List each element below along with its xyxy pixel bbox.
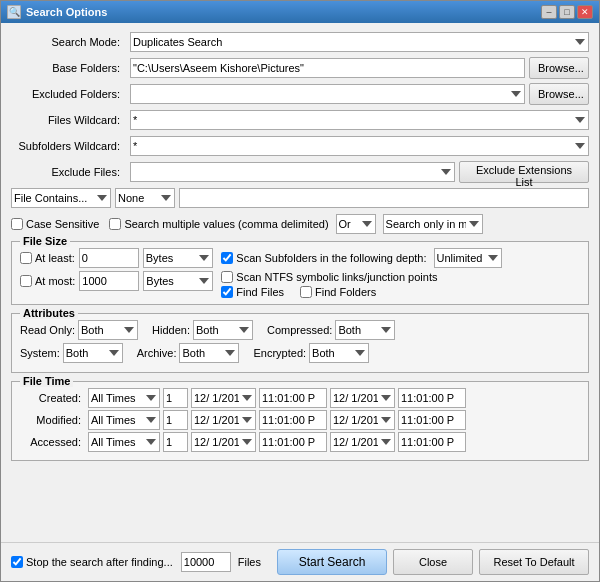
- at-most-label: At most:: [35, 275, 75, 287]
- scan-ntfs-checkbox[interactable]: [221, 271, 233, 283]
- at-most-check[interactable]: At most:: [20, 275, 75, 287]
- reset-to-default-button[interactable]: Reset To Default: [479, 549, 589, 575]
- stop-search-row: Stop the search after finding... Files: [11, 552, 271, 572]
- find-files-checkbox[interactable]: [221, 286, 233, 298]
- modified-date2[interactable]: 12/ 1/2014: [330, 410, 395, 430]
- exclude-files-select[interactable]: [130, 162, 455, 182]
- search-mode-label: Search Mode:: [11, 36, 126, 48]
- excluded-folders-label: Excluded Folders:: [11, 88, 126, 100]
- file-contains-none-select[interactable]: None Any Word All Words: [115, 188, 175, 208]
- scan-ntfs-row: Scan NTFS symbolic links/junction points: [221, 271, 580, 283]
- at-most-unit[interactable]: BytesKBMBGB: [143, 271, 213, 291]
- bottom-bar: Stop the search after finding... Files S…: [1, 542, 599, 581]
- scan-subfolders-checkbox[interactable]: [221, 252, 233, 264]
- file-contains-input[interactable]: [179, 188, 589, 208]
- read-only-item: Read Only: BothYesNo: [20, 320, 138, 340]
- close-button[interactable]: Close: [393, 549, 473, 575]
- created-date2[interactable]: 12/ 1/2014: [330, 388, 395, 408]
- file-size-section-label: File Size: [20, 235, 70, 247]
- search-multiple-check[interactable]: Search multiple values (comma delimited): [109, 218, 328, 230]
- accessed-num[interactable]: [163, 432, 188, 452]
- accessed-date2[interactable]: 12/ 1/2014: [330, 432, 395, 452]
- read-only-label: Read Only:: [20, 324, 75, 336]
- created-date1[interactable]: 12/ 1/2014: [191, 388, 256, 408]
- modified-num[interactable]: [163, 410, 188, 430]
- at-least-check[interactable]: At least:: [20, 252, 75, 264]
- archive-select[interactable]: BothYesNo: [179, 343, 239, 363]
- scan-ntfs-check[interactable]: Scan NTFS symbolic links/junction points: [221, 271, 437, 283]
- hidden-select[interactable]: BothYesNo: [193, 320, 253, 340]
- system-item: System: BothYesNo: [20, 343, 123, 363]
- compressed-select[interactable]: BothYesNo: [335, 320, 395, 340]
- created-time1[interactable]: [259, 388, 327, 408]
- archive-label: Archive:: [137, 347, 177, 359]
- or-select[interactable]: Or And: [336, 214, 376, 234]
- scan-subfolders-check[interactable]: Scan Subfolders in the following depth:: [221, 252, 426, 264]
- modified-label: Modified:: [20, 414, 85, 426]
- case-sensitive-checkbox[interactable]: [11, 218, 23, 230]
- window-icon: 🔍: [7, 5, 21, 19]
- file-size-section: File Size At least: BytesKBMBGB: [11, 241, 589, 305]
- attr-row-2: System: BothYesNo Archive: BothYesNo Enc…: [20, 343, 580, 363]
- created-num[interactable]: [163, 388, 188, 408]
- case-sensitive-check[interactable]: Case Sensitive: [11, 218, 99, 230]
- modified-date1[interactable]: 12/ 1/2014: [191, 410, 256, 430]
- file-contains-row: File Contains... File Name File Content …: [11, 187, 589, 209]
- encrypted-label: Encrypted:: [253, 347, 306, 359]
- file-contains-type-select[interactable]: File Contains... File Name File Content: [11, 188, 111, 208]
- excluded-folders-row: Excluded Folders: Browse...: [11, 83, 589, 105]
- modified-time2[interactable]: [398, 410, 466, 430]
- stop-search-checkbox[interactable]: [11, 556, 23, 568]
- at-most-row: At most: BytesKBMBGB: [20, 271, 213, 291]
- accessed-type-select[interactable]: All TimesTodayYesterdayBetween: [88, 432, 160, 452]
- at-least-checkbox[interactable]: [20, 252, 32, 264]
- subfolders-wildcard-select[interactable]: *: [130, 136, 589, 156]
- maximize-button[interactable]: □: [559, 5, 575, 19]
- base-folders-row: Base Folders: "C:\Users\Aseem Kishore\Pi…: [11, 57, 589, 79]
- read-only-select[interactable]: BothYesNo: [78, 320, 138, 340]
- close-window-button[interactable]: ✕: [577, 5, 593, 19]
- created-type-select[interactable]: All TimesTodayYesterdayBetween: [88, 388, 160, 408]
- search-mode-select[interactable]: Duplicates Search Regular Search Advance…: [130, 32, 589, 52]
- at-least-value[interactable]: [79, 248, 139, 268]
- system-select[interactable]: BothYesNo: [63, 343, 123, 363]
- excluded-folders-browse-button[interactable]: Browse...: [529, 83, 589, 105]
- stop-search-value[interactable]: [181, 552, 231, 572]
- case-sensitive-label: Case Sensitive: [26, 218, 99, 230]
- at-most-value[interactable]: [79, 271, 139, 291]
- search-major-select[interactable]: Search only in major stre...: [383, 214, 483, 234]
- excluded-folders-select[interactable]: [130, 84, 525, 104]
- scan-subfolders-label: Scan Subfolders in the following depth:: [236, 252, 426, 264]
- accessed-time1[interactable]: [259, 432, 327, 452]
- scan-ntfs-label: Scan NTFS symbolic links/junction points: [236, 271, 437, 283]
- case-sensitive-row: Case Sensitive Search multiple values (c…: [11, 213, 589, 235]
- base-folders-input[interactable]: "C:\Users\Aseem Kishore\Pictures": [130, 58, 525, 78]
- find-files-check[interactable]: Find Files: [221, 286, 284, 298]
- accessed-row: Accessed: All TimesTodayYesterdayBetween…: [20, 432, 580, 452]
- encrypted-select[interactable]: BothYesNo: [309, 343, 369, 363]
- find-files-label: Find Files: [236, 286, 284, 298]
- exclude-extensions-button[interactable]: Exclude Extensions List: [459, 161, 589, 183]
- at-least-unit[interactable]: BytesKBMBGB: [143, 248, 213, 268]
- modified-time1[interactable]: [259, 410, 327, 430]
- start-search-button[interactable]: Start Search: [277, 549, 387, 575]
- accessed-date1[interactable]: 12/ 1/2014: [191, 432, 256, 452]
- at-least-label: At least:: [35, 252, 75, 264]
- find-folders-checkbox[interactable]: [300, 286, 312, 298]
- stop-search-check[interactable]: Stop the search after finding...: [11, 556, 173, 568]
- search-multiple-checkbox[interactable]: [109, 218, 121, 230]
- created-time2[interactable]: [398, 388, 466, 408]
- stop-search-unit: Files: [238, 556, 261, 568]
- at-most-checkbox[interactable]: [20, 275, 32, 287]
- modified-row: Modified: All TimesTodayYesterdayBetween…: [20, 410, 580, 430]
- modified-type-select[interactable]: All TimesTodayYesterdayBetween: [88, 410, 160, 430]
- main-content: Search Mode: Duplicates Search Regular S…: [1, 23, 599, 542]
- files-wildcard-select[interactable]: *: [130, 110, 589, 130]
- file-time-section: File Time Created: All TimesTodayYesterd…: [11, 381, 589, 461]
- scan-depth-select[interactable]: Unlimited123: [434, 248, 502, 268]
- minimize-button[interactable]: –: [541, 5, 557, 19]
- file-time-section-label: File Time: [20, 375, 73, 387]
- find-folders-check[interactable]: Find Folders: [300, 286, 376, 298]
- accessed-time2[interactable]: [398, 432, 466, 452]
- base-folders-browse-button[interactable]: Browse...: [529, 57, 589, 79]
